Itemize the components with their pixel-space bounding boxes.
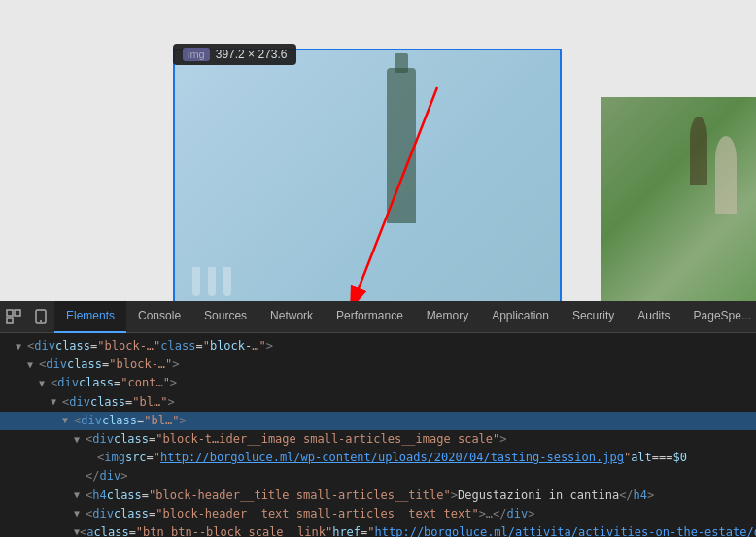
code-line-5-selected[interactable]: ▼ <div class="bl…" > <box>0 412 756 430</box>
svg-rect-2 <box>7 310 13 316</box>
tab-sources[interactable]: Sources <box>192 301 258 333</box>
image-overlay <box>173 49 562 301</box>
code-line-anchor[interactable]: ▼ <a class="btn btn--block scale__link" … <box>0 523 756 537</box>
tab-security[interactable]: Security <box>561 301 626 333</box>
devtools-panel: Elements Console Sources Network Perform… <box>0 301 756 537</box>
element-tooltip: img 397.2 × 273.6 <box>173 44 296 65</box>
elements-code-panel: ▼ <div class="block-…" class="block-…" >… <box>0 333 756 537</box>
right-image <box>601 97 756 301</box>
tooltip-dimensions: 397.2 × 273.6 <box>216 48 288 61</box>
code-line-3[interactable]: ▼ <div class="cont…" > <box>0 374 756 392</box>
expand-toggle-1[interactable]: ▼ <box>16 339 27 354</box>
svg-rect-3 <box>15 310 20 316</box>
svg-point-6 <box>40 320 42 322</box>
svg-rect-4 <box>7 318 13 323</box>
expand-toggle-3[interactable]: ▼ <box>39 376 51 391</box>
expand-toggle-4[interactable]: ▼ <box>51 394 62 410</box>
tooltip-tag: img <box>183 48 210 61</box>
code-line-6[interactable]: ▼ <div class="block-t…ider__image small-… <box>0 430 756 449</box>
device-toolbar-button[interactable] <box>27 301 54 333</box>
code-line-1[interactable]: ▼ <div class="block-…" class="block-…" > <box>0 337 756 355</box>
tab-performance[interactable]: Performance <box>325 301 415 333</box>
person-silhouette-2 <box>715 136 737 214</box>
tab-elements[interactable]: Elements <box>54 301 126 333</box>
inspect-element-button[interactable] <box>0 301 27 333</box>
expand-toggle-text[interactable]: ▼ <box>74 506 86 521</box>
code-line-close-div[interactable]: </div> <box>0 467 756 486</box>
person-silhouette-1 <box>690 117 707 185</box>
expand-toggle-h4[interactable]: ▼ <box>74 487 86 503</box>
code-line-img[interactable]: <img src="http://borgoluce.ml/wp-content… <box>0 449 756 467</box>
code-line-2[interactable]: ▼ <div class="block-…" > <box>0 355 756 374</box>
code-line-h4[interactable]: ▼ <h4 class="block-header__title small-a… <box>0 487 756 505</box>
main-image-area <box>173 49 562 301</box>
code-line-4[interactable]: ▼ <div class="bl…" > <box>0 393 756 412</box>
tab-audits[interactable]: Audits <box>626 301 681 333</box>
expand-toggle-2[interactable]: ▼ <box>27 357 39 373</box>
main-image-bg <box>173 49 562 301</box>
tab-memory[interactable]: Memory <box>415 301 480 333</box>
bottle-silhouette <box>387 68 416 223</box>
expand-toggle-5[interactable]: ▼ <box>62 413 74 428</box>
tab-console[interactable]: Console <box>126 301 192 333</box>
code-line-text-div[interactable]: ▼ <div class="block-header__text small-a… <box>0 505 756 523</box>
browser-viewport: img 397.2 × 273.6 331 × 228 pixels (intr… <box>0 0 756 301</box>
bottle-neck <box>395 53 408 73</box>
expand-toggle-6[interactable]: ▼ <box>74 432 86 448</box>
wine-glasses <box>192 267 231 296</box>
tab-network[interactable]: Network <box>258 301 325 333</box>
tab-application[interactable]: Application <box>480 301 561 333</box>
tab-pagespe[interactable]: PageSpe... <box>682 301 756 333</box>
devtools-tabs-bar: Elements Console Sources Network Perform… <box>0 301 756 333</box>
webpage-content: img 397.2 × 273.6 331 × 228 pixels (intr… <box>0 0 756 301</box>
